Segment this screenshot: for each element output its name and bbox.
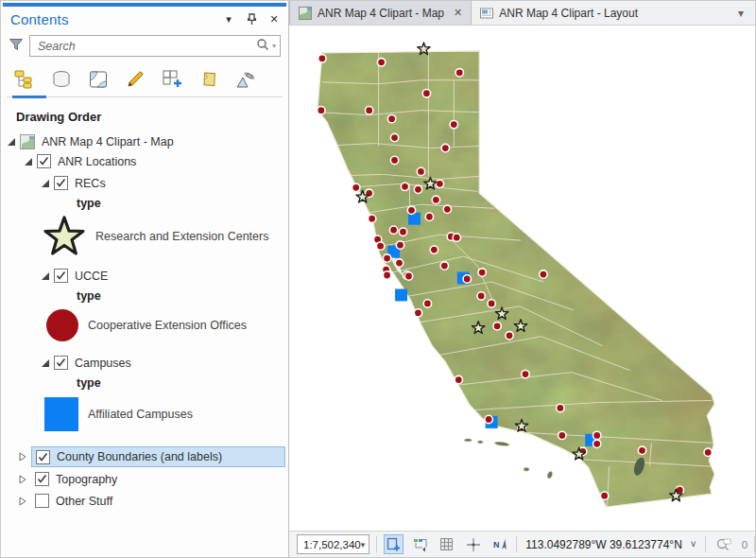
north-arrow-button[interactable]: N (490, 534, 509, 554)
field-label: type (77, 376, 101, 390)
map-status-bar: 1:7,502,340 ▾ N 113.0492789°W 39.6123774… (289, 531, 755, 557)
coordinates-readout: 113.0492789°W 39.6123774°N (525, 538, 682, 551)
search-input[interactable] (30, 36, 280, 56)
selection-count: 0 (742, 539, 747, 550)
legend-label: Affiliated Campuses (88, 408, 193, 421)
legend-row-recs: Research and Extension Centers (1, 213, 288, 260)
checkbox-checked[interactable] (35, 472, 49, 486)
field-row-campuses: type (1, 373, 288, 392)
checkbox-checked[interactable] (54, 356, 68, 370)
view-tab-bar: ANR Map 4 Clipart - Map ✕ ANR Map 4 Clip… (289, 1, 755, 26)
layer-tree: ANR Map 4 Clipart - Map ANR Locations RE… (1, 131, 288, 557)
panel-header: Contents ▾ ✕ (1, 7, 288, 29)
tab-close-icon[interactable]: ✕ (454, 7, 462, 19)
toolbar-underline (7, 96, 283, 98)
list-by-snapping-button[interactable] (160, 68, 184, 91)
tab-map-view[interactable]: ANR Map 4 Clipart - Map ✕ (289, 1, 472, 25)
recs-star-symbol (43, 216, 86, 257)
field-row-recs: type (1, 193, 288, 213)
tree-node-county-boundaries[interactable]: County Boundaries (and labels) (1, 445, 288, 468)
arcgis-pro-window: Contents ▾ ✕ ▾ (0, 0, 756, 558)
tab-list-caret-icon[interactable]: ▾ (727, 1, 755, 25)
checkbox-checked[interactable] (37, 154, 51, 168)
scale-caret-icon[interactable]: ▾ (361, 540, 366, 549)
field-label: type (77, 197, 101, 210)
list-by-visibility-button[interactable] (86, 68, 111, 91)
legend-row-ucce: Cooperative Extension Offices (1, 305, 288, 345)
tree-node-other-stuff[interactable]: Other Stuff (1, 490, 288, 512)
checkbox-unchecked[interactable] (35, 494, 49, 508)
search-icon[interactable] (256, 38, 269, 55)
contents-panel: Contents ▾ ✕ ▾ (1, 1, 289, 557)
expander-expanded-icon[interactable] (41, 358, 50, 368)
list-by-drawing-order-button[interactable] (12, 68, 37, 91)
expander-expanded-icon[interactable] (7, 137, 16, 147)
snap-crosshair-button[interactable] (463, 534, 483, 554)
panel-toolbar (1, 61, 288, 96)
selected-row-highlight[interactable]: County Boundaries (and labels) (31, 446, 285, 467)
tree-node-label[interactable]: Topography (56, 473, 117, 486)
tree-node-label[interactable]: ANR Map 4 Clipart - Map (42, 135, 174, 148)
legend-label: Research and Extension Centers (95, 230, 268, 243)
scale-combo[interactable]: 1:7,502,340 ▾ (297, 534, 369, 554)
tree-node-label[interactable]: Campuses (75, 357, 131, 370)
list-by-charts-button[interactable] (233, 68, 258, 91)
tree-node-label[interactable]: UCCE (75, 270, 108, 283)
expander-expanded-icon[interactable] (41, 179, 50, 188)
expander-expanded-icon[interactable] (24, 157, 33, 166)
tree-node-label[interactable]: Other Stuff (56, 495, 112, 508)
filter-icon[interactable] (9, 37, 24, 56)
map-viewer[interactable] (289, 26, 755, 531)
layout-tab-icon (480, 7, 493, 20)
tree-node-campuses[interactable]: Campuses (1, 353, 288, 373)
list-by-editing-button[interactable] (123, 68, 147, 91)
tree-node-label[interactable]: County Boundaries (and labels) (57, 450, 222, 463)
close-icon[interactable]: ✕ (267, 13, 281, 26)
checkbox-checked[interactable] (36, 450, 50, 464)
california-state-shape (318, 51, 714, 507)
tree-node-label[interactable]: RECs (75, 177, 106, 190)
layers-flow-button[interactable] (410, 534, 430, 554)
map-thumbnail-icon (20, 134, 35, 149)
scale-value: 1:7,502,340 (303, 539, 361, 550)
campus-square-symbol (44, 397, 78, 431)
pin-icon[interactable] (245, 13, 258, 26)
field-label: type (77, 289, 101, 303)
legend-label: Cooperative Extension Offices (88, 319, 247, 332)
legend-row-campuses: Affiliated Campuses (1, 392, 288, 436)
tree-node-ucce[interactable]: UCCE (1, 266, 288, 286)
map-area: ANR Map 4 Clipart - Map ✕ ANR Map 4 Clip… (289, 1, 755, 557)
panel-title: Contents (10, 11, 69, 27)
svg-text:N: N (493, 540, 500, 549)
tab-label[interactable]: ANR Map 4 Clipart - Layout (499, 7, 638, 20)
checkbox-checked[interactable] (54, 176, 68, 190)
list-by-labeling-button[interactable] (197, 68, 221, 91)
list-by-data-source-button[interactable] (49, 68, 74, 91)
tab-label[interactable]: ANR Map 4 Clipart - Map (318, 7, 444, 20)
active-toolbar-tab-indicator (12, 96, 46, 98)
expander-expanded-icon[interactable] (41, 271, 50, 281)
checkbox-checked[interactable] (54, 269, 68, 283)
select-extent-button[interactable] (384, 534, 404, 554)
search-row: ▾ (1, 29, 288, 61)
tree-node-map[interactable]: ANR Map 4 Clipart - Map (1, 131, 288, 151)
panel-menu-caret-icon[interactable]: ▾ (222, 13, 235, 26)
drawing-order-heading: Drawing Order (1, 98, 288, 131)
expander-collapsed-icon[interactable] (18, 497, 27, 506)
tree-node-anr-locations[interactable]: ANR Locations (1, 151, 288, 171)
search-box: ▾ (29, 35, 281, 57)
zoom-to-selection-icon[interactable] (713, 534, 735, 554)
expander-collapsed-icon[interactable] (18, 452, 27, 462)
field-row-ucce: type (1, 286, 288, 305)
search-options-caret-icon[interactable]: ▾ (272, 42, 276, 50)
tab-layout-view[interactable]: ANR Map 4 Clipart - Layout (472, 1, 646, 25)
coordinates-caret-icon[interactable]: ˅ (691, 539, 696, 549)
channel-islands (464, 439, 553, 480)
tree-node-topography[interactable]: Topography (1, 468, 288, 490)
tree-node-recs[interactable]: RECs (1, 173, 288, 193)
grid-table-button[interactable] (437, 534, 456, 554)
map-tab-icon (299, 7, 312, 20)
ucce-circle-symbol (46, 309, 78, 341)
tree-node-label[interactable]: ANR Locations (58, 155, 136, 168)
expander-collapsed-icon[interactable] (18, 475, 27, 484)
